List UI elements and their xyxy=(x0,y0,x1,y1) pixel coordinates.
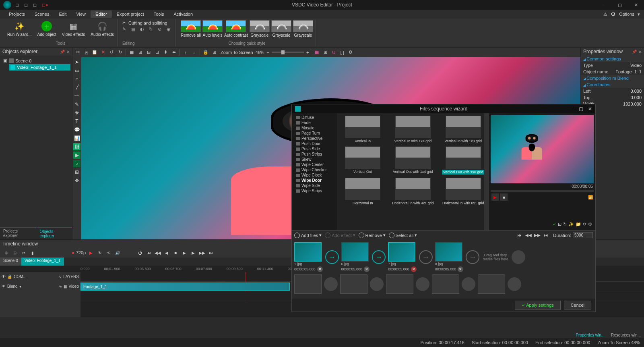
transition-preview[interactable]: Vertical In with 1x8 grid xyxy=(440,116,487,143)
settings-icon[interactable]: ⚙ xyxy=(588,222,592,227)
tl-next[interactable]: ▶▶ xyxy=(198,249,206,256)
sequence-delete-button[interactable]: ✕ xyxy=(317,266,323,272)
sequence-thumb[interactable] xyxy=(435,242,462,262)
ptb-redo[interactable]: ↻ xyxy=(116,49,124,56)
chevron-down-icon[interactable]: ▾ xyxy=(19,284,21,289)
preview-progress[interactable] xyxy=(491,190,594,192)
tl-add[interactable]: ⊕ xyxy=(2,249,10,256)
close-button[interactable]: ✕ xyxy=(628,0,644,10)
seq-first[interactable]: ⏮ xyxy=(516,232,523,239)
preview-play-button[interactable]: ▶ xyxy=(491,193,499,201)
transition-preview[interactable]: Horizontal In xyxy=(339,178,386,205)
style-auto-contrast[interactable]: Auto contrast xyxy=(224,20,248,37)
transition-item[interactable]: Wipe Side xyxy=(293,183,335,188)
new-icon[interactable] xyxy=(15,2,20,7)
tl-back[interactable]: ⟲ xyxy=(105,249,112,256)
pin-icon[interactable]: 📌 xyxy=(60,50,65,54)
edit-tool-4[interactable]: ↻ xyxy=(149,27,155,33)
transition-preview[interactable]: Vertical In with 1x4 grid xyxy=(390,116,437,143)
transition-item[interactable]: Skew xyxy=(293,157,335,162)
tl-remove[interactable]: ⊖ xyxy=(11,249,19,256)
tl-stop[interactable]: ■ xyxy=(172,249,179,256)
preview-stop-button[interactable]: ■ xyxy=(500,193,508,201)
menu-tools[interactable]: Tools xyxy=(149,10,169,18)
options-label[interactable]: Options xyxy=(619,12,634,17)
timeline-clip[interactable]: Footage_1_1 xyxy=(80,283,290,291)
edit-tool-6[interactable]: ◉ xyxy=(167,27,173,33)
ptb-undo[interactable]: ↺ xyxy=(108,49,115,56)
tl-play2[interactable]: ▶ xyxy=(181,249,188,256)
menu-projects[interactable]: Projects xyxy=(4,10,30,18)
ptb-align-3[interactable]: ⊟ xyxy=(145,49,152,56)
tl-marker[interactable]: ▮ xyxy=(29,249,36,256)
seq-prev[interactable]: ◀◀ xyxy=(525,232,532,239)
resolution-label[interactable]: 720p xyxy=(76,250,86,255)
maximize-button[interactable]: ▢ xyxy=(612,0,628,10)
sequence-thumb[interactable] xyxy=(294,242,322,262)
transition-preview[interactable]: Vertical In xyxy=(339,116,386,143)
folder-icon[interactable]: 📁 xyxy=(576,222,581,227)
sequence-empty-thumb[interactable] xyxy=(294,274,322,294)
edit-tool-1[interactable]: ✎ xyxy=(122,27,129,33)
sequence-delete-button[interactable]: ✕ xyxy=(458,266,463,272)
ptb-copy[interactable]: ⎘ xyxy=(83,49,90,56)
transition-item[interactable]: Diffuse xyxy=(293,115,335,120)
duration-input[interactable] xyxy=(573,232,593,238)
sequence-arrow-icon[interactable]: → xyxy=(325,250,339,264)
lock-icon[interactable]: 🔒 xyxy=(7,274,12,279)
tl-tab-video[interactable]: Video: Footage_1_1 xyxy=(21,258,64,266)
tool-pen[interactable]: ✎ xyxy=(73,101,80,108)
ptb-delete[interactable]: ✕ xyxy=(99,49,107,56)
transition-item[interactable]: Push Door xyxy=(293,141,335,146)
ptb-arrow-up[interactable]: ↑ xyxy=(182,49,189,56)
transition-preview[interactable]: Vertical Out with 1x4 grid xyxy=(390,146,437,175)
transition-item[interactable]: Perspective xyxy=(293,136,335,141)
pin-icon[interactable]: 📌 xyxy=(632,50,637,54)
ptb-bracket[interactable]: [ ] xyxy=(339,49,346,56)
tab-projects-explorer[interactable]: Projects explorer xyxy=(0,228,37,239)
transition-preview[interactable]: Vertical Out xyxy=(339,146,386,175)
tool-tooltip[interactable]: 💬 xyxy=(73,126,80,133)
seq-next[interactable]: ▶▶ xyxy=(534,232,541,239)
style-grayscale-3[interactable]: Grayscale xyxy=(293,20,313,37)
tl-volume[interactable]: 🔊 xyxy=(114,249,121,256)
dialog-minimize[interactable]: ─ xyxy=(570,106,574,112)
ptb-grid-2[interactable]: ⊞ xyxy=(322,49,329,56)
tl-power[interactable]: ⏻ xyxy=(136,249,144,256)
add-files-button[interactable]: Add files ▾ xyxy=(294,233,322,238)
tool-move[interactable]: ✥ xyxy=(73,177,80,184)
track-header-1[interactable]: 👁 🔒 COM... ∿ LAYERS xyxy=(0,272,80,281)
seq-last[interactable]: ⏭ xyxy=(543,232,550,239)
rotate-icon[interactable]: ↻ xyxy=(563,222,567,227)
apply-settings-button[interactable]: Apply settings xyxy=(515,301,561,310)
audio-effects-button[interactable]: 🎧 Audio effects xyxy=(90,20,115,37)
sequence-drop-zone[interactable]: Drag and drop media files here xyxy=(482,250,509,264)
scrollbar[interactable] xyxy=(484,113,489,230)
transition-preview[interactable]: Vertical Out with 1x8 grid xyxy=(440,146,487,175)
tl-play[interactable]: ▶ xyxy=(87,249,95,256)
ptb-align-5[interactable]: ⬍ xyxy=(162,49,169,56)
status-tab-properties[interactable]: Properties win... xyxy=(572,332,608,338)
volume-icon[interactable]: 📶 xyxy=(588,195,593,199)
ptb-arrow-down[interactable]: ↓ xyxy=(190,49,198,56)
transition-preview[interactable]: Horizontal In with 4x1 grid xyxy=(390,178,437,205)
refresh-icon[interactable]: ⟳ xyxy=(583,222,586,227)
ptb-align-6[interactable]: ⬌ xyxy=(170,49,178,56)
sequence-item[interactable]: 6.jpg00:00:05.000✕ xyxy=(341,242,370,272)
props-common-section[interactable]: Common settings xyxy=(581,56,644,62)
tool-image[interactable]: 🖼 xyxy=(73,143,80,150)
transition-item[interactable]: Fade xyxy=(293,120,335,125)
tl-tab-scene[interactable]: Scene 0 xyxy=(0,258,21,266)
sequence-thumb[interactable] xyxy=(388,242,415,262)
sequence-empty-thumb[interactable] xyxy=(340,274,367,294)
run-wizard-button[interactable]: ✨ Run Wizard... xyxy=(6,20,33,37)
transition-item[interactable]: Wipe Center xyxy=(293,162,335,167)
sequence-item[interactable]: 1.jpg00:00:05.000✕ xyxy=(294,242,323,272)
waveform-icon[interactable]: ∿ xyxy=(59,284,62,289)
close-icon[interactable]: ✕ xyxy=(66,50,70,54)
tree-scene-node[interactable]: ▣ Scene 0 xyxy=(2,57,70,64)
track-header-2[interactable]: 👁 Blend ▾ ∿ ▦ Video xyxy=(0,282,80,291)
props-coords-section[interactable]: Coordinates xyxy=(581,81,644,88)
cancel-button[interactable]: Cancel xyxy=(564,301,591,310)
tool-counter[interactable]: ⊞ xyxy=(73,168,80,176)
